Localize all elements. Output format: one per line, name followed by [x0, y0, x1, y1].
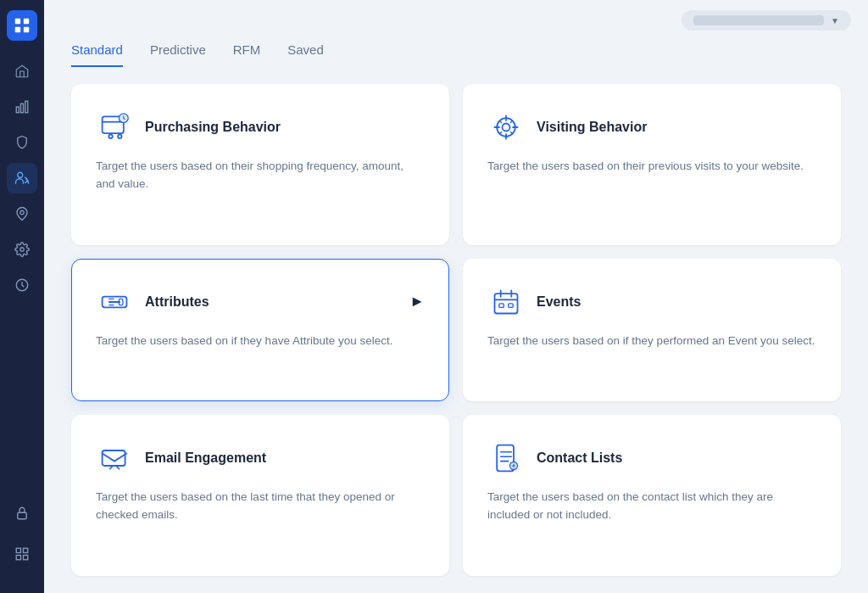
svg-rect-25 [499, 303, 504, 307]
workspace-dropdown[interactable]: ▼ [682, 10, 851, 31]
events-icon [487, 283, 525, 321]
location-icon[interactable] [7, 199, 37, 229]
card-attributes[interactable]: Attributes ► Target the users based on i… [71, 259, 449, 402]
sidebar [0, 0, 44, 593]
card-attributes-title: Attributes [145, 294, 209, 310]
attributes-icon [96, 283, 133, 321]
email-icon [96, 439, 133, 477]
shield-icon[interactable] [7, 127, 37, 158]
segment-tabs: Standard Predictive RFM Saved [44, 36, 868, 67]
card-visiting-title: Visiting Behavior [537, 120, 647, 135]
card-events[interactable]: Events Target the users based on if they… [463, 259, 841, 402]
card-purchasing-behavior[interactable]: Purchasing Behavior Target the users bas… [71, 84, 449, 245]
users-icon[interactable] [7, 163, 37, 193]
svg-point-8 [20, 210, 25, 215]
svg-rect-23 [119, 299, 123, 305]
svg-rect-5 [21, 103, 24, 113]
svg-point-21 [503, 124, 510, 131]
svg-point-17 [108, 135, 113, 139]
card-header: Contact Lists [487, 439, 816, 477]
svg-rect-26 [509, 303, 513, 307]
svg-rect-13 [24, 548, 28, 552]
card-header: Email Engagement [96, 439, 425, 477]
card-header: Events [487, 283, 816, 321]
settings-icon[interactable] [7, 234, 37, 265]
svg-rect-12 [16, 548, 20, 552]
card-header: Purchasing Behavior [96, 109, 425, 146]
cursor-icon: ► [409, 293, 425, 310]
grid-icon[interactable] [7, 539, 37, 569]
svg-point-9 [20, 248, 25, 252]
app-logo[interactable] [7, 10, 37, 41]
svg-point-18 [118, 135, 122, 139]
topbar: ▼ [44, 0, 868, 36]
card-email-title: Email Engagement [145, 450, 266, 466]
svg-rect-6 [25, 101, 28, 113]
tab-predictive[interactable]: Predictive [150, 42, 206, 67]
svg-rect-14 [16, 556, 20, 560]
svg-rect-1 [24, 19, 29, 24]
svg-rect-2 [15, 27, 20, 32]
svg-rect-15 [24, 556, 28, 560]
home-icon[interactable] [7, 56, 37, 87]
lock-icon[interactable] [7, 498, 37, 529]
card-header: Attributes ► [96, 283, 425, 321]
dropdown-chevron-icon: ▼ [831, 16, 839, 25]
card-header: Visiting Behavior [487, 109, 816, 146]
svg-rect-3 [24, 27, 29, 32]
cards-grid: Purchasing Behavior Target the users bas… [44, 67, 868, 593]
tab-rfm[interactable]: RFM [233, 42, 261, 67]
card-attributes-desc: Target the users based on if they have A… [96, 333, 425, 350]
svg-rect-11 [18, 512, 27, 519]
card-purchasing-desc: Target the users based on their shopping… [96, 158, 425, 193]
contact-icon [487, 439, 525, 477]
card-visiting-behavior[interactable]: Visiting Behavior Target the users based… [463, 84, 841, 245]
card-email-desc: Target the users based on the last time … [96, 489, 425, 524]
card-email-engagement[interactable]: Email Engagement Target the users based … [71, 415, 449, 576]
clock-icon[interactable] [7, 270, 37, 300]
svg-rect-27 [103, 450, 125, 466]
card-contact-desc: Target the users based on the contact li… [487, 489, 816, 524]
svg-point-7 [18, 172, 23, 177]
svg-rect-0 [15, 19, 20, 24]
tab-standard[interactable]: Standard [71, 42, 123, 67]
chart-icon[interactable] [7, 92, 37, 122]
card-events-title: Events [537, 294, 581, 310]
card-events-desc: Target the users based on if they perfor… [487, 333, 816, 350]
tab-saved[interactable]: Saved [287, 42, 324, 67]
card-contact-lists[interactable]: Contact Lists Target the users based on … [463, 415, 841, 576]
card-visiting-desc: Target the users based on their previous… [487, 158, 816, 176]
cart-icon [96, 109, 133, 146]
workspace-label [693, 15, 824, 25]
card-contact-title: Contact Lists [537, 450, 622, 466]
svg-rect-4 [16, 107, 19, 113]
visitor-icon [487, 109, 525, 146]
card-purchasing-title: Purchasing Behavior [145, 120, 281, 135]
main-content: ▼ Standard Predictive RFM Saved [44, 0, 868, 593]
svg-rect-24 [495, 294, 518, 313]
